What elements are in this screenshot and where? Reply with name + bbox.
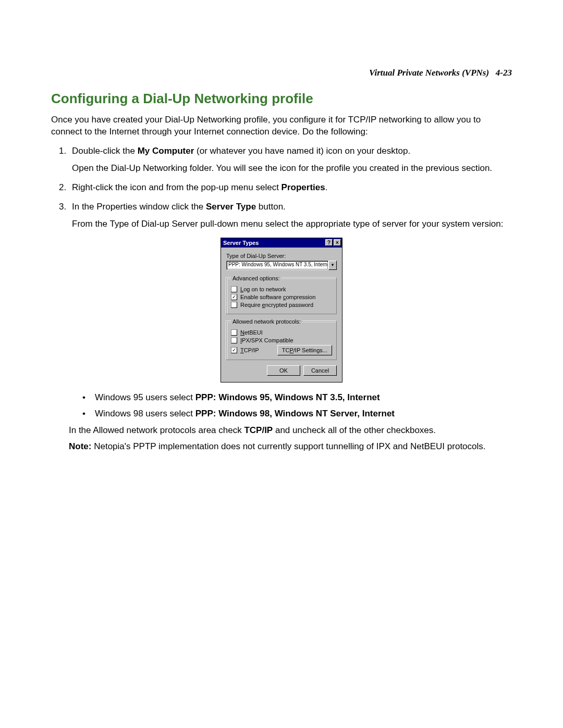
page-number: 4-23 xyxy=(496,68,512,78)
allowed-protocols-legend: Allowed network protocols: xyxy=(231,318,302,325)
dialog-titlebar: Server Types ? × xyxy=(221,238,342,248)
help-icon[interactable]: ? xyxy=(325,239,333,246)
page-header: Virtual Private Networks (VPNs) 4-23 xyxy=(51,68,512,78)
netbeui-checkbox-row[interactable]: NetBEUI xyxy=(231,329,332,336)
bullet-win98: Windows 98 users select PPP: Windows 98,… xyxy=(82,408,512,420)
ok-button[interactable]: OK xyxy=(267,365,300,376)
step-1-note: Open the Dial-Up Networking folder. You … xyxy=(72,163,512,175)
tcpip-checkbox[interactable] xyxy=(231,347,237,353)
step-3-note: From the Type of Dial-up Server pull-dow… xyxy=(72,218,512,230)
section-name: Virtual Private Networks (VPNs) xyxy=(369,68,489,78)
cancel-button[interactable]: Cancel xyxy=(303,365,337,376)
encrypted-checkbox[interactable] xyxy=(231,302,237,308)
close-icon[interactable]: × xyxy=(334,239,341,246)
step-1: Double-click the My Computer (or whateve… xyxy=(69,145,512,175)
server-types-dialog-figure: Server Types ? × Type of Dial-Up Server:… xyxy=(51,238,512,382)
tcpip-settings-button[interactable]: TCP/IP Settings... xyxy=(277,345,332,355)
dialog-title: Server Types xyxy=(223,240,324,246)
compression-checkbox-row[interactable]: Enable software compression xyxy=(231,294,332,300)
tcpip-checkbox-row[interactable]: TCP/IP xyxy=(231,347,259,353)
allowed-protocols-group: Allowed network protocols: NetBEUI IPX/S… xyxy=(226,318,337,360)
step-3: In the Properties window click the Serve… xyxy=(69,201,512,230)
logon-checkbox[interactable] xyxy=(231,286,237,292)
tail-paragraph-1: In the Allowed network protocols area ch… xyxy=(69,425,512,437)
type-label: Type of Dial-Up Server: xyxy=(226,253,337,259)
page-title: Configuring a Dial-Up Networking profile xyxy=(51,91,512,107)
server-types-dialog: Server Types ? × Type of Dial-Up Server:… xyxy=(221,238,342,382)
advanced-options-legend: Advanced options: xyxy=(231,275,282,281)
steps-list: Double-click the My Computer (or whateve… xyxy=(51,145,512,230)
compression-checkbox[interactable] xyxy=(231,294,237,300)
netbeui-checkbox[interactable] xyxy=(231,329,237,336)
bullet-list: Windows 95 users select PPP: Windows 95,… xyxy=(51,392,512,420)
logon-checkbox-row[interactable]: Log on to network xyxy=(231,286,332,292)
ipx-checkbox[interactable] xyxy=(231,337,237,343)
step-2: Right-click the icon and from the pop-up… xyxy=(69,182,512,194)
encrypted-checkbox-row[interactable]: Require encrypted password xyxy=(231,302,332,308)
chevron-down-icon[interactable]: ▼ xyxy=(328,261,337,270)
type-select-value: PPP: Windows 95, Windows NT 3.5, Interne… xyxy=(226,261,328,270)
type-select[interactable]: PPP: Windows 95, Windows NT 3.5, Interne… xyxy=(226,261,337,270)
ipx-checkbox-row[interactable]: IPX/SPX Compatible xyxy=(231,337,332,343)
advanced-options-group: Advanced options: Log on to network Enab… xyxy=(226,275,337,314)
bullet-win95: Windows 95 users select PPP: Windows 95,… xyxy=(82,392,512,404)
tail-paragraph-2: Note: Netopia's PPTP implementation does… xyxy=(69,441,512,453)
intro-paragraph: Once you have created your Dial-Up Netwo… xyxy=(51,114,512,138)
